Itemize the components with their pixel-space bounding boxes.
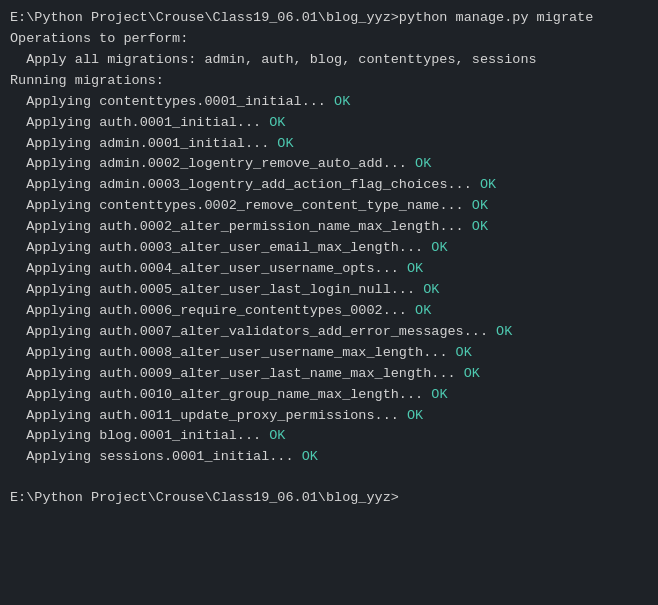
migration-name: admin.0001_initial... [99,136,269,151]
applying-prefix: Applying [10,282,99,297]
ok-status: OK [407,303,431,318]
migration-line: Applying blog.0001_initial... OK [10,426,648,447]
terminal-output-line: Apply all migrations: admin, auth, blog,… [10,50,648,71]
blank-line [10,468,648,488]
migration-name: auth.0007_alter_validators_add_error_mes… [99,324,488,339]
migration-name: contenttypes.0001_initial... [99,94,326,109]
ok-status: OK [407,156,431,171]
ok-status: OK [456,366,480,381]
migration-name: contenttypes.0002_remove_content_type_na… [99,198,464,213]
migration-line: Applying auth.0006_require_contenttypes_… [10,301,648,322]
ok-status: OK [415,282,439,297]
migration-line: Applying auth.0002_alter_permission_name… [10,217,648,238]
applying-prefix: Applying [10,94,99,109]
applying-prefix: Applying [10,115,99,130]
applying-prefix: Applying [10,177,99,192]
migration-name: auth.0011_update_proxy_permissions... [99,408,399,423]
ok-status: OK [294,449,318,464]
ok-status: OK [326,94,350,109]
ok-status: OK [423,240,447,255]
terminal-window: E:\Python Project\Crouse\Class19_06.01\b… [0,0,658,605]
applying-prefix: Applying [10,198,99,213]
applying-prefix: Applying [10,345,99,360]
migration-name: auth.0006_require_contenttypes_0002... [99,303,407,318]
migration-line: Applying auth.0004_alter_user_username_o… [10,259,648,280]
migration-line: Applying auth.0008_alter_user_username_m… [10,343,648,364]
migration-line: Applying sessions.0001_initial... OK [10,447,648,468]
ok-status: OK [269,136,293,151]
migration-name: admin.0002_logentry_remove_auto_add... [99,156,407,171]
ok-status: OK [464,198,488,213]
migration-name: auth.0005_alter_user_last_login_null... [99,282,415,297]
ok-status: OK [488,324,512,339]
migration-line: Applying auth.0009_alter_user_last_name_… [10,364,648,385]
migration-line: Applying auth.0007_alter_validators_add_… [10,322,648,343]
applying-prefix: Applying [10,366,99,381]
migration-line: Applying auth.0011_update_proxy_permissi… [10,406,648,427]
migration-name: auth.0001_initial... [99,115,261,130]
migration-line: Applying auth.0001_initial... OK [10,113,648,134]
migration-name: auth.0008_alter_user_username_max_length… [99,345,447,360]
applying-prefix: Applying [10,219,99,234]
terminal-prompt-line: E:\Python Project\Crouse\Class19_06.01\b… [10,488,648,509]
applying-prefix: Applying [10,156,99,171]
migration-name: auth.0010_alter_group_name_max_length... [99,387,423,402]
ok-status: OK [472,177,496,192]
ok-status: OK [423,387,447,402]
ok-status: OK [447,345,471,360]
ok-status: OK [261,428,285,443]
ok-status: OK [399,408,423,423]
migration-line: Applying contenttypes.0001_initial... OK [10,92,648,113]
applying-prefix: Applying [10,408,99,423]
migration-line: Applying contenttypes.0002_remove_conten… [10,196,648,217]
migration-name: sessions.0001_initial... [99,449,293,464]
applying-prefix: Applying [10,387,99,402]
migration-line: Applying auth.0010_alter_group_name_max_… [10,385,648,406]
migration-line: Applying admin.0002_logentry_remove_auto… [10,154,648,175]
migration-name: auth.0009_alter_user_last_name_max_lengt… [99,366,455,381]
applying-prefix: Applying [10,136,99,151]
migration-line: Applying admin.0001_initial... OK [10,134,648,155]
migration-name: auth.0003_alter_user_email_max_length... [99,240,423,255]
terminal-prompt-line: E:\Python Project\Crouse\Class19_06.01\b… [10,8,648,29]
applying-prefix: Applying [10,261,99,276]
migration-line: Applying auth.0005_alter_user_last_login… [10,280,648,301]
ok-status: OK [464,219,488,234]
migration-name: blog.0001_initial... [99,428,261,443]
applying-prefix: Applying [10,303,99,318]
terminal-output-line: Operations to perform: [10,29,648,50]
migration-line: Applying auth.0003_alter_user_email_max_… [10,238,648,259]
applying-prefix: Applying [10,449,99,464]
applying-prefix: Applying [10,240,99,255]
migration-name: admin.0003_logentry_add_action_flag_choi… [99,177,472,192]
applying-prefix: Applying [10,428,99,443]
ok-status: OK [399,261,423,276]
migration-name: auth.0004_alter_user_username_opts... [99,261,399,276]
ok-status: OK [261,115,285,130]
migration-name: auth.0002_alter_permission_name_max_leng… [99,219,464,234]
applying-prefix: Applying [10,324,99,339]
migration-line: Applying admin.0003_logentry_add_action_… [10,175,648,196]
terminal-output-line: Running migrations: [10,71,648,92]
